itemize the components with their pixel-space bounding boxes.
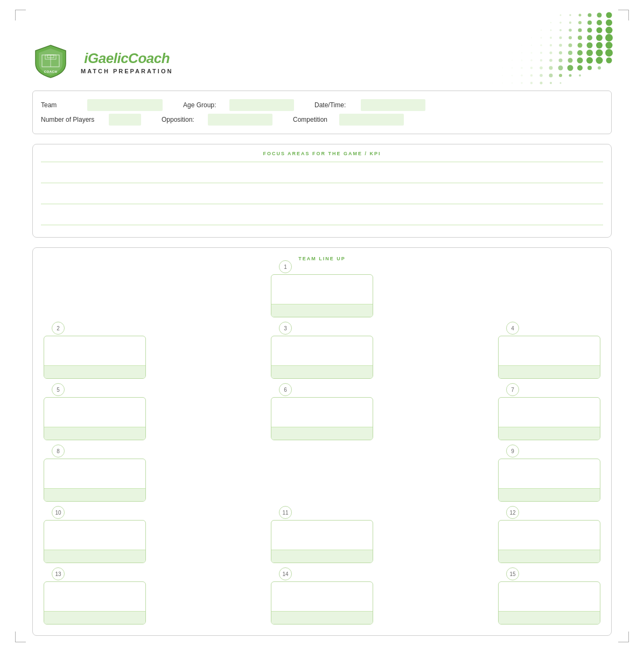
svg-point-50	[605, 49, 613, 57]
age-group-input[interactable]	[229, 99, 294, 111]
svg-point-37	[587, 43, 593, 48]
svg-point-86	[502, 82, 503, 84]
player-wrapper-8: 8	[44, 451, 146, 502]
svg-point-38	[596, 42, 603, 48]
player-number-6: 6	[279, 383, 292, 396]
svg-point-68	[540, 66, 543, 70]
svg-point-89	[530, 82, 533, 84]
player-card-11[interactable]	[271, 520, 373, 563]
svg-point-75	[492, 75, 493, 76]
svg-point-59	[577, 58, 583, 64]
player-card-6[interactable]	[271, 397, 373, 440]
team-input[interactable]	[87, 99, 163, 111]
focus-line-2	[41, 183, 603, 183]
player-card-9[interactable]	[498, 459, 600, 502]
player-card-1[interactable]	[271, 274, 373, 317]
header-title: iGaelicCoach MATCH PREPARATION	[81, 50, 173, 74]
svg-point-84	[579, 74, 581, 77]
lineup-section: TEAM LINE UP 1 2 3 4	[32, 247, 612, 636]
svg-point-3	[588, 13, 592, 17]
app-name: iGaelicCoach	[81, 50, 173, 67]
opposition-input[interactable]	[208, 114, 272, 126]
player-card-7[interactable]	[498, 397, 600, 440]
player-card-2[interactable]	[44, 336, 146, 379]
svg-point-62	[606, 58, 612, 64]
player-wrapper-12: 12	[498, 512, 600, 563]
info-row-2: Number of Players Opposition: Competitio…	[41, 114, 603, 126]
svg-point-32	[540, 44, 542, 46]
logo-container: COACH	[32, 43, 70, 81]
date-time-label: Date/Time:	[314, 101, 358, 109]
svg-point-42	[531, 52, 533, 54]
svg-point-43	[540, 52, 542, 54]
players-row-101112: 10 11 12	[44, 512, 600, 563]
players-row-89: 8 9	[44, 451, 600, 502]
team-label: Team	[41, 101, 84, 109]
players-row-567: 5 6 7	[44, 390, 600, 440]
num-players-input[interactable]	[109, 114, 141, 126]
info-row-1: Team Age Group: Date/Time:	[41, 99, 603, 111]
player-wrapper-7: 7	[498, 390, 600, 440]
player-card-5[interactable]	[44, 397, 146, 440]
focus-line-3	[41, 204, 603, 204]
svg-point-5	[606, 12, 612, 18]
svg-point-66	[521, 67, 523, 69]
svg-point-35	[569, 44, 572, 47]
svg-point-10	[587, 20, 592, 25]
svg-point-85	[492, 82, 493, 84]
svg-point-61	[596, 57, 603, 64]
player-card-12[interactable]	[498, 520, 600, 563]
player-number-1: 1	[279, 260, 292, 273]
player-card-3[interactable]	[271, 336, 373, 379]
team-group: Team	[41, 99, 163, 111]
player-card-13[interactable]	[44, 581, 146, 625]
player-card-10[interactable]	[44, 520, 146, 563]
focus-content	[41, 162, 603, 225]
focus-section: FOCUS AREAS FOR THE GAME / KPI	[32, 144, 612, 238]
svg-point-39	[606, 42, 613, 49]
logo-icon: COACH	[32, 43, 69, 80]
player-card-8[interactable]	[44, 459, 146, 502]
svg-point-24	[559, 37, 562, 39]
svg-point-65	[512, 67, 513, 69]
svg-point-73	[587, 66, 592, 70]
focus-line-1	[41, 162, 603, 162]
date-time-group: Date/Time:	[314, 99, 425, 111]
svg-point-81	[549, 74, 553, 78]
svg-point-53	[521, 60, 523, 61]
svg-point-8	[569, 22, 571, 24]
svg-point-7	[559, 22, 562, 24]
svg-point-12	[606, 19, 612, 26]
opposition-label: Opposition:	[162, 116, 205, 123]
svg-point-15	[559, 29, 562, 31]
svg-point-88	[521, 82, 523, 84]
svg-point-2	[579, 14, 582, 17]
player-wrapper-10: 10	[44, 512, 146, 563]
svg-point-80	[540, 74, 543, 77]
svg-point-46	[568, 51, 572, 55]
svg-point-1	[569, 14, 571, 16]
svg-point-52	[512, 60, 513, 61]
svg-point-30	[521, 45, 522, 46]
svg-point-72	[577, 65, 583, 71]
svg-point-92	[560, 82, 562, 84]
svg-point-20	[606, 27, 613, 34]
svg-point-45	[559, 51, 562, 54]
focus-line-4	[41, 225, 603, 225]
svg-point-33	[550, 44, 552, 46]
player-card-14[interactable]	[271, 581, 373, 625]
svg-point-25	[569, 36, 572, 39]
svg-point-0	[560, 15, 562, 16]
date-time-input[interactable]	[361, 99, 425, 111]
competition-label: Competition	[293, 116, 336, 123]
svg-point-90	[540, 82, 543, 85]
competition-input[interactable]	[339, 114, 404, 126]
player-card-15[interactable]	[498, 581, 600, 625]
age-group: Age Group:	[183, 99, 294, 111]
svg-point-22	[541, 37, 542, 39]
svg-point-4	[597, 13, 602, 18]
player-number-2: 2	[52, 322, 65, 335]
player-number-10: 10	[52, 506, 65, 519]
svg-point-83	[569, 74, 572, 77]
player-card-4[interactable]	[498, 336, 600, 379]
